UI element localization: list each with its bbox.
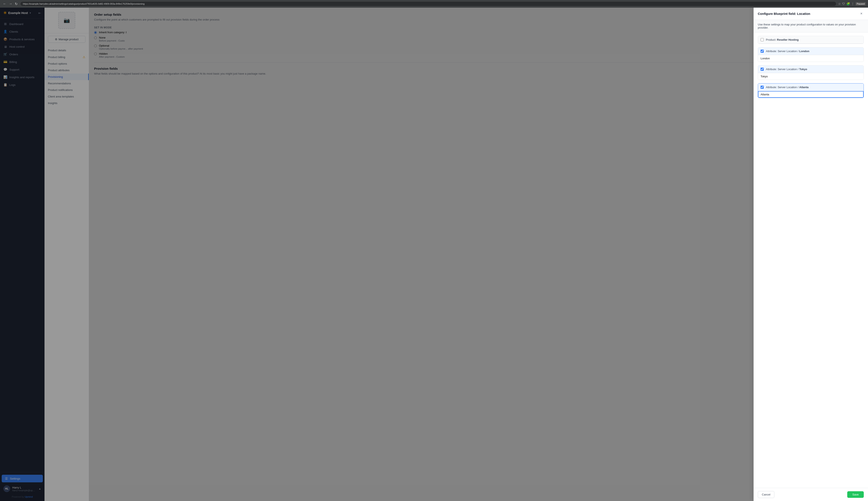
save-button[interactable]: Save [847, 491, 864, 498]
modal-close-button[interactable]: × [859, 11, 864, 16]
london-input[interactable] [758, 55, 864, 62]
paused-badge: Paused [856, 2, 866, 6]
address-bar[interactable]: https://example.harrydev.uk/admin/settin… [20, 1, 836, 6]
atlanta-checkbox[interactable] [761, 86, 764, 89]
shield-icon: 🛡 [842, 2, 845, 6]
modal-description: Use these settings to map your product c… [753, 20, 868, 32]
london-label-value: London [799, 50, 810, 53]
configure-blueprint-modal: Configure Blueprint field: Location × Us… [753, 8, 868, 501]
modal-body: Product: Reseller Hosting Attribute: Ser… [753, 32, 868, 488]
tokyo-label: Attribute: Server Location / Tokyo [766, 67, 807, 71]
forward-button[interactable]: → [8, 1, 13, 6]
product-row-header: Product: Reseller Hosting [758, 36, 864, 44]
modal-overlay: Configure Blueprint field: Location × Us… [0, 8, 868, 501]
browser-chrome: ← → ↻ https://example.harrydev.uk/admin/… [0, 0, 868, 8]
atlanta-input[interactable] [758, 91, 864, 98]
tokyo-checkbox[interactable] [761, 67, 764, 71]
tokyo-attribute-row: Attribute: Server Location / Tokyo [758, 65, 864, 80]
tokyo-input[interactable] [758, 73, 864, 80]
atlanta-label-value: Atlanta [799, 86, 809, 89]
product-label: Product: Reseller Hosting [766, 38, 799, 41]
modal-title: Configure Blueprint field: Location [758, 12, 810, 15]
atlanta-label: Attribute: Server Location / Atlanta [766, 86, 809, 89]
product-checkbox[interactable] [761, 38, 764, 41]
atlanta-row-header: Attribute: Server Location / Atlanta [758, 84, 864, 91]
london-attribute-row: Attribute: Server Location / London [758, 47, 864, 62]
tokyo-label-value: Tokyo [799, 67, 807, 71]
modal-header: Configure Blueprint field: Location × [753, 8, 868, 20]
product-label-value: Reseller Hosting [777, 38, 799, 41]
tokyo-row-header: Attribute: Server Location / Tokyo [758, 65, 864, 73]
london-checkbox[interactable] [761, 50, 764, 53]
star-icon[interactable]: ☆ [838, 2, 841, 6]
product-attribute-row: Product: Reseller Hosting [758, 36, 864, 44]
cancel-button[interactable]: Cancel [758, 491, 774, 498]
london-row-header: Attribute: Server Location / London [758, 47, 864, 55]
atlanta-attribute-row: Attribute: Server Location / Atlanta [758, 83, 864, 98]
reload-button[interactable]: ↻ [14, 1, 19, 6]
extensions-icon: 🧩 [846, 2, 850, 6]
modal-footer: Cancel Save [753, 488, 868, 501]
product-label-prefix: Product: [766, 38, 777, 41]
back-button[interactable]: ← [2, 1, 7, 6]
url-text: https://example.harrydev.uk/admin/settin… [23, 2, 144, 5]
menu-icon: ⋮ [851, 2, 854, 6]
browser-actions: ☆ 🛡 🧩 ⋮ Paused [838, 2, 866, 6]
london-label: Attribute: Server Location / London [766, 50, 809, 53]
browser-nav-buttons: ← → ↻ [2, 1, 19, 6]
